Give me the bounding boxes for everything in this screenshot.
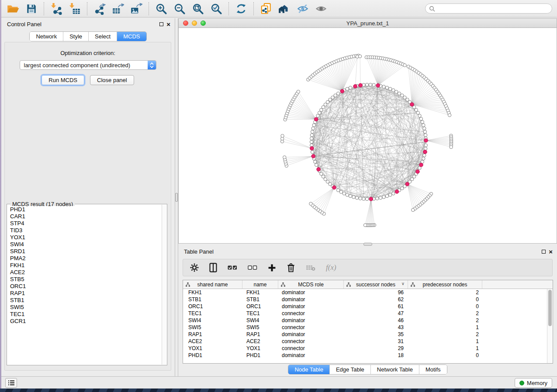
minimize-window-icon[interactable] — [192, 21, 197, 26]
mcds-result-item[interactable]: PHD1 — [7, 206, 162, 213]
close-panel-icon-button[interactable]: × — [549, 250, 553, 254]
vertical-splitter[interactable] — [175, 18, 178, 376]
criterion-select[interactable]: largest connected component (undirected) — [20, 60, 156, 70]
close-window-icon[interactable] — [183, 21, 188, 26]
close-panel-icon-button[interactable]: × — [166, 22, 170, 26]
mcds-list-scrollbar[interactable] — [162, 205, 166, 364]
mcds-result-item[interactable]: TID3 — [7, 227, 162, 234]
copy-network-button[interactable] — [257, 1, 275, 17]
export-table-button[interactable] — [109, 1, 127, 17]
cell-predecessor-nodes: 0 — [408, 296, 482, 303]
tab-network[interactable]: Network — [30, 32, 63, 41]
table-row[interactable]: TEC1TEC1connector472 — [183, 310, 547, 317]
table-row[interactable]: SWI5SWI5connector431 — [183, 324, 547, 331]
column-header-MCDS-role[interactable]: MCDS role — [278, 280, 344, 289]
export-image-button[interactable] — [127, 1, 145, 17]
float-panel-button[interactable] — [159, 22, 163, 26]
search-input[interactable] — [435, 6, 548, 12]
mcds-result-item[interactable]: YOX1 — [7, 234, 162, 241]
tab-motifs[interactable]: Motifs — [419, 365, 447, 374]
mcds-result-item[interactable]: GCR1 — [7, 318, 162, 325]
table-row[interactable]: ORC1ORC1dominator610 — [183, 303, 547, 310]
table-row[interactable]: SWI4SWI4dominator462 — [183, 317, 547, 324]
column-header-name[interactable]: name — [242, 280, 278, 289]
tab-edge-table[interactable]: Edge Table — [329, 365, 370, 374]
splitter-grip-icon — [175, 193, 178, 202]
show-all-button[interactable] — [312, 1, 330, 17]
mcds-result-item[interactable]: SWI4 — [7, 241, 162, 248]
column-header-shared-name[interactable]: shared name — [183, 280, 242, 289]
mcds-result-item[interactable]: CAR1 — [7, 213, 162, 220]
maximize-window-icon[interactable] — [201, 21, 206, 26]
tab-network-table[interactable]: Network Table — [370, 365, 419, 374]
cell-successor-nodes: 18 — [344, 352, 408, 359]
delete-columns-button[interactable] — [287, 263, 295, 272]
mcds-result-item[interactable]: STP4 — [7, 220, 162, 227]
zoom-in-button[interactable] — [152, 1, 170, 17]
task-history-button[interactable] — [5, 378, 17, 388]
table-row[interactable]: FKH1FKH1dominator962 — [183, 289, 547, 296]
mcds-result-item[interactable]: ORC1 — [7, 283, 162, 290]
scrollbar-thumb[interactable] — [548, 290, 552, 326]
mcds-result-item[interactable]: FKH1 — [7, 262, 162, 269]
open-file-button[interactable] — [4, 1, 22, 17]
save-session-button[interactable] — [22, 1, 41, 17]
cell-MCDS-role: dominator — [278, 331, 344, 338]
unselect-all-button[interactable] — [248, 265, 257, 270]
table-row[interactable]: ACE2ACE2connector311 — [183, 338, 547, 345]
toolbar-separator — [149, 2, 149, 15]
network-canvas[interactable] — [179, 28, 557, 243]
cell-name: SWI4 — [242, 317, 278, 324]
function-builder-button-disabled: f(x) — [326, 263, 336, 272]
table-row[interactable]: YOX1YOX1connector291 — [183, 345, 547, 352]
table-settings-button[interactable] — [190, 263, 199, 272]
mcds-result-item[interactable]: ACE2 — [7, 269, 162, 276]
hide-selected-button[interactable] — [294, 1, 312, 17]
control-panel-tabbar: NetworkStyleSelectMCDS — [1, 31, 175, 41]
control-panel-header: Control Panel × — [1, 18, 175, 30]
zoom-fit-button[interactable] — [189, 1, 207, 17]
import-network-button[interactable] — [47, 1, 66, 17]
select-all-button[interactable] — [228, 265, 237, 270]
cell-name: STB1 — [242, 296, 278, 303]
control-panel: Control Panel × NetworkStyleSelectMCDS O… — [1, 18, 175, 376]
add-column-button[interactable] — [268, 264, 276, 272]
run-mcds-button[interactable]: Run MCDS — [42, 75, 84, 85]
column-header-predecessor-nodes[interactable]: predecessor nodes — [408, 280, 482, 289]
splitter-grip-icon — [363, 243, 372, 246]
mcds-result-item[interactable]: SRD1 — [7, 248, 162, 255]
show-columns-button[interactable] — [209, 263, 217, 272]
tab-style[interactable]: Style — [63, 32, 88, 41]
mcds-result-item[interactable]: TEC1 — [7, 311, 162, 318]
table-scrollbar[interactable] — [547, 289, 553, 363]
export-network-button[interactable] — [90, 1, 109, 17]
mcds-result-item[interactable]: STB1 — [7, 297, 162, 304]
table-row[interactable]: RAP1RAP1dominator352 — [183, 331, 547, 338]
cell-shared-name: PHD1 — [183, 352, 242, 359]
close-panel-button[interactable]: Close panel — [90, 75, 134, 85]
column-header-successor-nodes[interactable]: successor nodes∨ — [344, 280, 408, 289]
cell-shared-name: STB1 — [183, 296, 242, 303]
memory-button[interactable]: Memory — [515, 378, 552, 388]
tab-node-table[interactable]: Node Table — [288, 365, 329, 374]
table-row[interactable]: STB1STB1dominator620 — [183, 296, 547, 303]
optimization-criterion-label: Optimization criterion: — [5, 50, 171, 56]
memory-status-icon — [519, 381, 524, 385]
import-table-button[interactable] — [66, 1, 84, 17]
mcds-result-item[interactable]: SWI5 — [7, 304, 162, 311]
search-box[interactable] — [425, 3, 552, 14]
zoom-selected-button[interactable] — [207, 1, 225, 17]
refresh-button[interactable] — [232, 1, 250, 17]
float-panel-button[interactable] — [542, 250, 546, 254]
table-row[interactable]: PHD1PHD1dominator180 — [183, 352, 547, 359]
tab-mcds[interactable]: MCDS — [117, 32, 146, 41]
tab-select[interactable]: Select — [88, 32, 117, 41]
cell-name: YOX1 — [242, 345, 278, 352]
first-neighbors-button[interactable] — [275, 1, 294, 17]
mcds-result-item[interactable]: RAP1 — [7, 290, 162, 297]
zoom-out-button[interactable] — [170, 1, 189, 17]
mcds-result-item[interactable]: PMA2 — [7, 255, 162, 262]
mcds-result-item[interactable]: STB5 — [7, 276, 162, 283]
cell-successor-nodes: 29 — [344, 345, 408, 352]
unchecked-checkboxes-icon — [248, 265, 257, 270]
